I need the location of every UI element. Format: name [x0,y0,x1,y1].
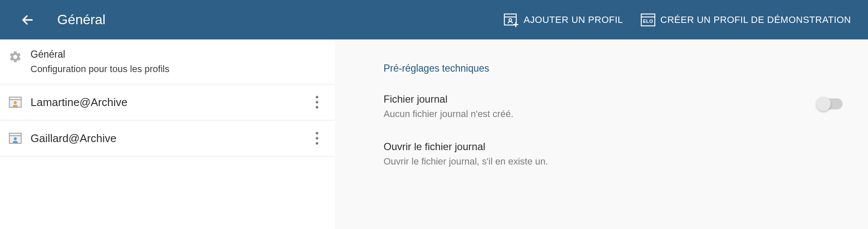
add-profile-icon [503,12,519,28]
general-text-block: Général Configuration pour tous les prof… [31,49,170,75]
more-options-button[interactable] [312,130,322,147]
general-settings-item[interactable]: Général Configuration pour tous les prof… [0,39,335,84]
add-profile-button[interactable]: AJOUTER UN PROFIL [503,12,623,28]
app-header: Général AJOUTER UN PROFIL ELO [0,0,868,39]
toggle-knob [816,97,831,111]
log-file-toggle[interactable] [817,98,843,109]
profiles-panel: Général Configuration pour tous les prof… [0,39,335,229]
svg-text:ELO: ELO [643,19,653,24]
create-demo-profile-button[interactable]: ELO CRÉER UN PROFIL DE DÉMONSTRATION [640,12,851,28]
profile-icon [8,95,22,109]
open-log-file-setting[interactable]: Ouvrir le fichier journal Ouvrir le fich… [384,141,843,167]
svg-rect-1 [504,14,516,25]
settings-panel: Pré-réglages techniques Fichier journal … [335,39,868,229]
svg-point-3 [509,19,512,21]
profile-name: Gaillard@Archive [31,132,312,145]
more-options-button[interactable] [312,94,322,111]
log-file-setting[interactable]: Fichier journal Aucun fichier journal n'… [384,93,843,120]
profile-icon [8,131,22,145]
page-title: Général [57,12,503,28]
gear-icon [8,50,22,64]
general-subtitle: Configuration pour tous les profils [31,64,170,75]
setting-subtitle: Aucun fichier journal n'est créé. [384,109,513,120]
elo-profile-icon: ELO [640,12,656,28]
setting-text: Fichier journal Aucun fichier journal n'… [384,93,513,120]
add-profile-label: AJOUTER UN PROFIL [523,14,623,25]
setting-subtitle: Ouvrir le fichier journal, s'il en exist… [384,156,548,167]
setting-title: Fichier journal [384,93,513,105]
profile-item[interactable]: Lamartine@Archive [0,84,335,120]
profile-name: Lamartine@Archive [31,96,312,109]
main-content: Général Configuration pour tous les prof… [0,39,868,229]
create-demo-profile-label: CRÉER UN PROFIL DE DÉMONSTRATION [660,14,851,25]
header-actions: AJOUTER UN PROFIL ELO CRÉER UN PROFIL DE… [503,12,851,28]
svg-point-11 [14,101,17,104]
section-heading: Pré-réglages techniques [384,63,843,74]
profile-item[interactable]: Gaillard@Archive [0,120,335,156]
setting-title: Ouvrir le fichier journal [384,141,548,153]
svg-point-14 [14,137,17,140]
back-button[interactable] [19,11,36,28]
setting-text: Ouvrir le fichier journal Ouvrir le fich… [384,141,548,167]
general-title: Général [31,49,170,60]
arrow-left-icon [21,13,34,27]
